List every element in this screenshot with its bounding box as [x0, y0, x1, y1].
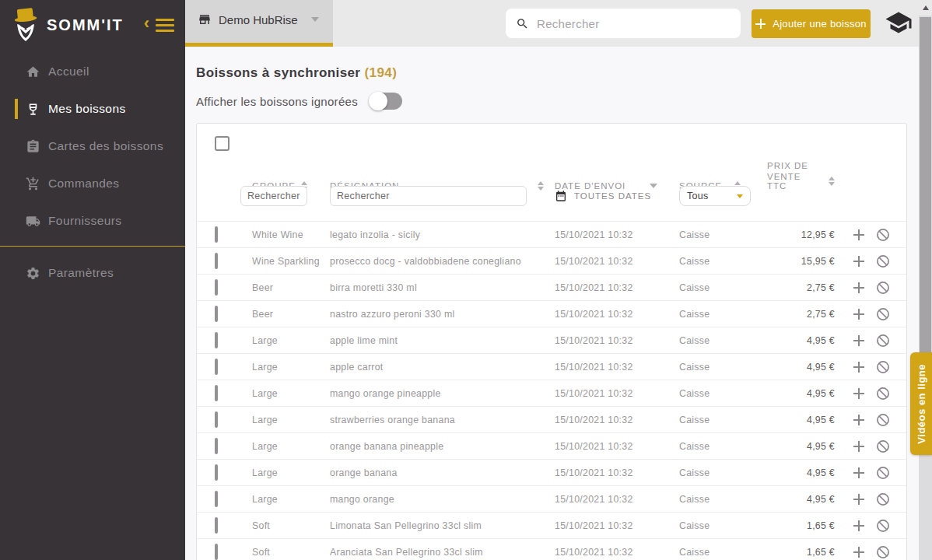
- row-checkbox[interactable]: [215, 544, 218, 560]
- chevron-down-icon: [311, 17, 319, 22]
- calendar-icon: [555, 190, 567, 202]
- chevron-down-icon: [737, 194, 743, 198]
- ignore-drink-icon[interactable]: [876, 281, 890, 295]
- add-to-sync-icon[interactable]: [852, 281, 866, 295]
- row-checkbox[interactable]: [215, 438, 218, 454]
- add-to-sync-icon[interactable]: [852, 519, 866, 533]
- select-all-checkbox[interactable]: [215, 136, 229, 151]
- sidebar-item-commandes[interactable]: Commandes: [0, 165, 185, 202]
- show-ignored-toggle[interactable]: [370, 93, 402, 110]
- scroll-up-button[interactable]: [919, 0, 932, 16]
- row-checkbox[interactable]: [215, 491, 218, 507]
- ignore-drink-icon[interactable]: [876, 519, 890, 533]
- collapse-sidebar-icon[interactable]: ‹: [144, 15, 149, 32]
- scrollbar-thumb[interactable]: [920, 17, 931, 353]
- add-to-sync-icon[interactable]: [852, 439, 866, 453]
- add-to-sync-icon[interactable]: [852, 360, 866, 374]
- ignore-drink-icon[interactable]: [876, 228, 890, 242]
- cell-date-envoi: 15/10/2021 10:32: [555, 335, 679, 346]
- table-row[interactable]: Large apple carrot 15/10/2021 10:32 Cais…: [197, 353, 906, 380]
- table-row[interactable]: Wine Sparkling prosecco docg - valdobbia…: [197, 247, 906, 274]
- date-filter-button[interactable]: TOUTES DATES: [555, 190, 679, 202]
- row-checkbox[interactable]: [215, 411, 218, 428]
- table-row[interactable]: Beer nastro azzuro peroni 330 ml 15/10/2…: [197, 300, 906, 327]
- add-to-sync-icon[interactable]: [852, 492, 866, 506]
- row-checkbox[interactable]: [215, 279, 218, 296]
- table-row[interactable]: Large apple lime mint 15/10/2021 10:32 C…: [197, 327, 906, 353]
- add-to-sync-icon[interactable]: [852, 334, 866, 348]
- page-title: Boissons à synchroniser (194): [196, 65, 397, 81]
- row-checkbox[interactable]: [215, 464, 218, 481]
- cell-source: Caisse: [679, 494, 767, 505]
- cell-source: Caisse: [679, 335, 767, 346]
- table-row[interactable]: Large mango orange pineapple 15/10/2021 …: [197, 380, 906, 406]
- table-row[interactable]: Large orange banana pineapple 15/10/2021…: [197, 432, 906, 459]
- row-checkbox[interactable]: [215, 253, 218, 269]
- sidebar-item-mes-boissons[interactable]: Mes boissons: [0, 90, 185, 128]
- account-selector[interactable]: Demo HubRise: [185, 0, 333, 47]
- add-to-sync-icon[interactable]: [852, 545, 866, 559]
- ignore-drink-icon[interactable]: [876, 360, 890, 374]
- cell-date-envoi: 15/10/2021 10:32: [555, 547, 679, 558]
- search-input[interactable]: [537, 17, 731, 30]
- vertical-scrollbar[interactable]: [919, 0, 932, 560]
- table-row[interactable]: Large mango orange 15/10/2021 10:32 Cais…: [197, 485, 906, 512]
- row-checkbox[interactable]: [215, 332, 218, 348]
- cell-designation: orange banana pineapple: [330, 441, 555, 452]
- row-checkbox[interactable]: [215, 385, 218, 401]
- store-icon: [198, 12, 212, 26]
- add-drink-button[interactable]: Ajouter une boisson: [752, 9, 871, 38]
- cell-source: Caisse: [679, 547, 767, 558]
- ignore-drink-icon[interactable]: [876, 413, 890, 427]
- add-to-sync-icon[interactable]: [852, 466, 866, 480]
- filter-designation-input[interactable]: [330, 186, 527, 206]
- ignore-drink-icon[interactable]: [876, 439, 890, 453]
- add-to-sync-icon[interactable]: [852, 413, 866, 427]
- add-to-sync-icon[interactable]: [852, 387, 866, 401]
- cell-prix: 4,95 €: [767, 362, 835, 373]
- table-row[interactable]: Large strawberries orange banana 15/10/2…: [197, 406, 906, 432]
- row-checkbox[interactable]: [215, 359, 218, 375]
- add-to-sync-icon[interactable]: [852, 254, 866, 268]
- gear-icon: [26, 266, 40, 281]
- ignore-drink-icon[interactable]: [876, 466, 890, 480]
- cell-date-envoi: 15/10/2021 10:32: [555, 309, 679, 320]
- videos-ribbon-label: Vidéos en ligne: [916, 364, 927, 444]
- cell-designation: nastro azzuro peroni 330 ml: [330, 309, 555, 320]
- sidebar-item-cartes-des-boissons[interactable]: Cartes des boissons: [0, 128, 185, 165]
- sidebar-item-accueil[interactable]: Accueil: [0, 53, 185, 90]
- table-row[interactable]: Soft Limonata San Pellegrino 33cl slim 1…: [197, 512, 906, 538]
- ignore-drink-icon[interactable]: [876, 545, 890, 559]
- table-body: White Wine legato inzolia - sicily 15/10…: [197, 221, 906, 560]
- add-to-sync-icon[interactable]: [852, 228, 866, 242]
- table-row[interactable]: Large orange banana 15/10/2021 10:32 Cai…: [197, 459, 906, 485]
- row-checkbox[interactable]: [215, 306, 218, 322]
- global-search: [506, 9, 741, 38]
- table-row[interactable]: Beer birra moretti 330 ml 15/10/2021 10:…: [197, 274, 906, 300]
- cell-date-envoi: 15/10/2021 10:32: [555, 520, 679, 531]
- logo-row: SOMM'IT ‹: [0, 0, 185, 50]
- cell-designation: mango orange: [330, 494, 555, 505]
- cart-plus-icon: [26, 177, 40, 191]
- menu-icon[interactable]: [156, 19, 174, 32]
- ignore-drink-icon[interactable]: [876, 307, 890, 321]
- tutorials-button[interactable]: [880, 8, 917, 39]
- sidebar-item-fournisseurs[interactable]: Fournisseurs: [0, 202, 185, 240]
- videos-ribbon[interactable]: Vidéos en ligne: [910, 352, 932, 455]
- ignore-drink-icon[interactable]: [876, 254, 890, 268]
- sidebar-item-label: Paramètres: [48, 266, 114, 280]
- add-to-sync-icon[interactable]: [852, 307, 866, 321]
- row-checkbox[interactable]: [215, 517, 218, 534]
- table-row[interactable]: Soft Aranciata San Pellegrino 33cl slim …: [197, 538, 906, 560]
- source-filter-select[interactable]: Tous: [679, 186, 751, 206]
- filter-groupe-input[interactable]: [240, 186, 307, 206]
- row-checkbox[interactable]: [215, 226, 218, 243]
- sidebar-item-parametres[interactable]: Paramètres: [0, 254, 185, 292]
- ignore-drink-icon[interactable]: [876, 334, 890, 348]
- ignore-drink-icon[interactable]: [876, 387, 890, 401]
- sidebar-item-label: Accueil: [48, 65, 89, 79]
- cell-groupe: Wine Sparkling: [252, 256, 330, 267]
- toggle-knob: [369, 92, 387, 110]
- table-row[interactable]: White Wine legato inzolia - sicily 15/10…: [197, 221, 906, 247]
- ignore-drink-icon[interactable]: [876, 492, 890, 506]
